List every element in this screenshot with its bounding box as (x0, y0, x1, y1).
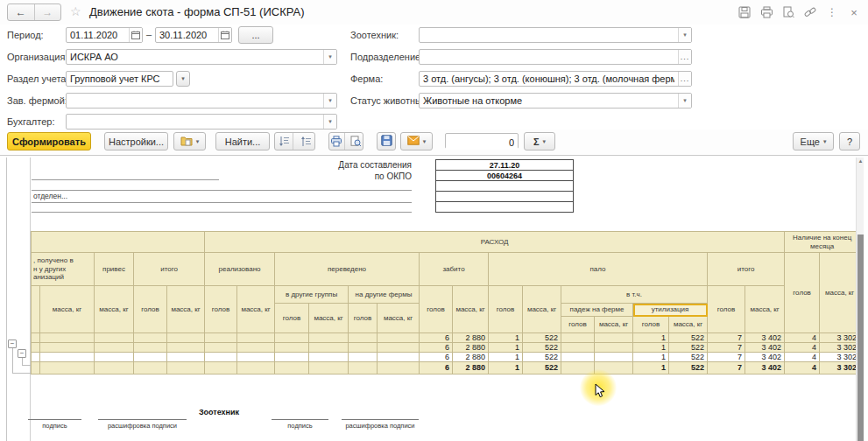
sum-button[interactable]: Σ ▾ (524, 132, 555, 150)
report-cell[interactable] (134, 362, 167, 374)
to-farms-header[interactable]: на другие фермы (349, 286, 420, 304)
to-groups-heads-header[interactable]: голов (275, 304, 309, 333)
status-input[interactable] (420, 94, 678, 108)
status-field[interactable]: ▾ (419, 93, 692, 108)
report-cell[interactable] (237, 353, 275, 362)
report-cell[interactable]: 3 402 (745, 353, 785, 362)
total-mass-header[interactable]: масса, кг (167, 286, 205, 333)
report-cell[interactable]: 522 (523, 343, 561, 353)
report-cell[interactable]: 3 402 (745, 362, 785, 374)
report-cell[interactable]: 522 (669, 343, 708, 353)
chevron-down-icon[interactable]: ▾ (323, 94, 336, 108)
calendar-icon[interactable] (218, 28, 231, 42)
utilization-mass-header[interactable]: масса, кг (669, 317, 708, 333)
section-dropdown-button[interactable]: ▾ (176, 71, 190, 87)
organization-field[interactable]: ▾ (66, 49, 337, 65)
death-heads-header[interactable]: голов (561, 317, 595, 333)
report-cell[interactable] (561, 333, 595, 343)
report-cell[interactable] (167, 353, 205, 362)
okpo-value[interactable]: 00604264 (436, 171, 573, 181)
report-cell[interactable] (561, 343, 595, 353)
settings-button[interactable]: Настройки... (104, 132, 168, 150)
slaughtered-mass-header[interactable]: масса, кг (453, 286, 489, 333)
report-cell[interactable]: 6 (420, 343, 453, 353)
report-cell[interactable] (40, 353, 95, 362)
report-cell[interactable]: 522 (669, 353, 708, 362)
print-icon[interactable] (759, 5, 773, 19)
report-cell[interactable] (40, 343, 95, 353)
report-cell[interactable] (32, 333, 40, 343)
report-cell[interactable] (378, 362, 420, 374)
report-cell[interactable] (40, 333, 95, 343)
scroll-up-icon[interactable]: ▲ (857, 158, 864, 164)
help-button[interactable]: ? (839, 132, 860, 150)
death-mass-header[interactable]: масса, кг (595, 317, 633, 333)
report-cell[interactable]: 1 (633, 343, 669, 353)
report-cell[interactable]: 522 (669, 362, 708, 374)
report-cell[interactable]: 6 (420, 333, 453, 343)
empty-code-cell[interactable] (436, 192, 573, 202)
report-cell[interactable]: 7 (708, 343, 745, 353)
save-result-button[interactable] (377, 132, 396, 150)
period-to-input[interactable] (156, 28, 218, 42)
expense-total-heads-header[interactable]: голов (708, 286, 745, 333)
report-cell[interactable] (309, 333, 349, 343)
favorite-star-icon[interactable]: ☆ (70, 4, 81, 18)
received-mass-header[interactable]: масса, кг (40, 286, 95, 333)
scrollbar-thumb[interactable] (857, 234, 864, 441)
report-cell[interactable] (561, 353, 595, 362)
ellipsis-icon[interactable]: ... (678, 72, 691, 86)
died-mass-header[interactable]: масса, кг (523, 286, 561, 333)
report-cell[interactable] (95, 343, 134, 353)
slaughtered-header[interactable]: забито (420, 253, 489, 286)
including-header[interactable]: в т.ч. (561, 286, 708, 304)
more-actions-button[interactable]: Еще ▾ (793, 132, 834, 150)
to-groups-mass-header[interactable]: масса, кг (309, 304, 349, 333)
generate-button[interactable]: Сформировать (7, 132, 91, 150)
chevron-down-icon[interactable]: ▾ (323, 115, 336, 129)
to-groups-header[interactable]: в другие группы (275, 286, 349, 304)
utilization-heads-header[interactable]: голов (633, 317, 669, 333)
report-cell[interactable] (205, 333, 237, 343)
total-header[interactable]: итого (134, 253, 205, 286)
collapse-group-button[interactable]: − (8, 340, 17, 348)
moved-header[interactable]: переведено (275, 253, 420, 286)
chevron-down-icon[interactable]: ▾ (323, 50, 336, 64)
ellipsis-icon[interactable]: ... (678, 50, 691, 64)
print-report-icon[interactable] (329, 133, 345, 150)
report-cell[interactable]: 1 (489, 343, 523, 353)
end-heads-header[interactable]: голов (785, 253, 820, 333)
collapse-groups-icon[interactable] (275, 133, 293, 150)
report-cell[interactable] (237, 343, 275, 353)
report-cell[interactable] (595, 343, 633, 353)
report-cell[interactable] (595, 353, 633, 362)
report-cell[interactable] (134, 333, 167, 343)
report-cell[interactable]: 522 (523, 353, 561, 362)
report-cell[interactable]: 3 302 (820, 343, 860, 353)
report-cell[interactable]: 3 402 (745, 343, 785, 353)
report-cell[interactable]: 3 302 (820, 353, 860, 362)
department-input[interactable] (420, 50, 678, 64)
report-cell[interactable] (205, 343, 237, 353)
report-cell[interactable]: 522 (523, 333, 561, 343)
calendar-icon[interactable] (129, 28, 142, 42)
report-cell[interactable]: 7 (708, 333, 745, 343)
farm-manager-input[interactable] (67, 94, 323, 108)
died-heads-header[interactable]: голов (489, 286, 523, 333)
report-cell[interactable]: 6 (420, 362, 453, 374)
period-more-button[interactable]: ... (238, 26, 273, 44)
report-cell[interactable]: 1 (489, 362, 523, 374)
cut-col-header[interactable] (32, 286, 40, 333)
compose-date-value[interactable]: 27.11.20 (436, 160, 573, 171)
find-button[interactable]: Найти... (215, 132, 270, 150)
more-menu-icon[interactable]: ⋮ (825, 5, 839, 19)
department-field[interactable]: ... (419, 49, 692, 65)
empty-code-cell[interactable] (436, 181, 573, 192)
gain-header[interactable]: привес (95, 253, 134, 286)
report-cell[interactable] (95, 362, 134, 374)
report-cell[interactable] (349, 353, 378, 362)
report-cell[interactable]: 4 (785, 343, 820, 353)
report-cell[interactable]: 522 (523, 362, 561, 374)
expense-band-cell[interactable]: РАСХОД (205, 232, 785, 253)
report-cell[interactable]: 1 (633, 362, 669, 374)
